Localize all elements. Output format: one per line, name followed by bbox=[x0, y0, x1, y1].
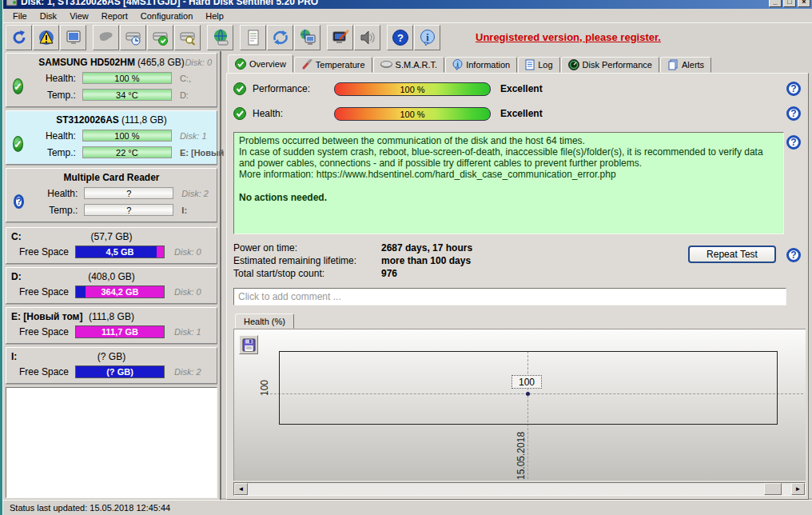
disk-clock-icon bbox=[125, 29, 142, 46]
speaker-icon bbox=[359, 29, 376, 46]
tab-smart[interactable]: S.M.A.R.T. bbox=[373, 57, 445, 73]
network-disks-button[interactable] bbox=[207, 25, 233, 50]
message-help-icon[interactable]: ? bbox=[786, 135, 801, 150]
warning-icon bbox=[38, 29, 55, 46]
health-status: Excellent bbox=[500, 108, 784, 119]
temp-bar: 22 °C bbox=[82, 146, 172, 158]
disk-surface-test-button[interactable] bbox=[120, 25, 146, 50]
tab-log[interactable]: Log bbox=[518, 57, 559, 73]
menu-file[interactable]: File bbox=[6, 10, 34, 22]
scroll-left-arrow[interactable]: ◄ bbox=[234, 483, 248, 495]
disk-entry-card-reader[interactable]: Multiple Card Reader ? Health: ? Disk: 2… bbox=[6, 168, 217, 222]
disk-entry-samsung[interactable]: SAMSUNG HD502HM (465,8 GB) Disk: 0 ✓ Hea… bbox=[6, 53, 217, 107]
globe-disk-icon bbox=[212, 29, 229, 46]
hardware-diagnostics-button[interactable] bbox=[327, 25, 353, 50]
refresh-icon bbox=[10, 29, 28, 46]
sounds-button[interactable] bbox=[354, 25, 380, 50]
repeat-test-button[interactable]: Repeat Test bbox=[688, 246, 776, 263]
performance-help-icon[interactable]: ? bbox=[786, 82, 801, 96]
health-ok-icon bbox=[233, 107, 246, 120]
title-bar[interactable]: Disk: 1, ST3120026AS [4MS1TGJD] - Hard D… bbox=[3, 0, 812, 9]
health-bar: 100 % bbox=[82, 130, 172, 142]
health-help-icon[interactable]: ? bbox=[786, 106, 801, 121]
message-line: Problems occurred between the communicat… bbox=[239, 135, 778, 146]
device-disabled-icon bbox=[98, 29, 115, 46]
disk-sidebar: SAMSUNG HD502HM (465,8 GB) Disk: 0 ✓ Hea… bbox=[3, 51, 221, 500]
overview-check-icon bbox=[235, 58, 246, 70]
device-disabled-button[interactable] bbox=[93, 25, 119, 50]
menu-help[interactable]: Help bbox=[199, 10, 230, 22]
app-icon bbox=[6, 0, 18, 7]
window-title: Disk: 1, ST3120026AS [4MS1TGJD] - Hard D… bbox=[21, 0, 767, 7]
health-meter: 100 % bbox=[334, 107, 491, 121]
start-stop-count-value: 976 bbox=[381, 268, 397, 281]
report-document-button[interactable] bbox=[240, 25, 266, 50]
free-space-bar: 4,5 GB bbox=[75, 246, 165, 258]
mail-sync-icon bbox=[272, 29, 289, 46]
minimize-button[interactable]: _ bbox=[769, 0, 782, 7]
power-on-time-value: 2687 days, 17 hours bbox=[381, 242, 472, 255]
report-warning-button[interactable] bbox=[33, 25, 59, 50]
partition-entry-i[interactable]: I: (? GB) Free Space (? GB) Disk: 2 bbox=[6, 347, 217, 384]
send-report-button[interactable] bbox=[267, 25, 293, 50]
maximize-button[interactable]: □ bbox=[783, 0, 796, 7]
disk-search-button[interactable] bbox=[174, 25, 201, 50]
help-icon: ? bbox=[392, 29, 409, 46]
message-line[interactable]: More information: https://www.hdsentinel… bbox=[239, 169, 778, 180]
tab-overview[interactable]: Overview bbox=[228, 54, 293, 73]
chart-tab-health[interactable]: Health (%) bbox=[235, 313, 294, 329]
save-chart-button[interactable] bbox=[239, 335, 258, 354]
disk-entry-st3120026as[interactable]: ST3120026AS (111,8 GB) ✓ Health: 100 % D… bbox=[6, 110, 217, 165]
temp-bar: ? bbox=[84, 204, 173, 216]
about-button[interactable]: i bbox=[414, 25, 440, 50]
document-icon bbox=[245, 29, 262, 46]
disk-details-button[interactable] bbox=[60, 25, 86, 50]
no-action-text: No actions needed. bbox=[239, 192, 778, 203]
free-space-bar: (? GB) bbox=[75, 365, 165, 378]
info-balloon-icon: i bbox=[452, 59, 463, 70]
help-button[interactable]: ? bbox=[387, 25, 413, 50]
scrollbar-thumb[interactable] bbox=[764, 483, 782, 495]
performance-meter: 100 % bbox=[334, 82, 491, 96]
free-space-bar: 364,2 GB bbox=[75, 285, 165, 298]
partition-entry-d[interactable]: D: (408,0 GB) Free Space 364,2 GB Disk: … bbox=[6, 267, 217, 304]
hardware-test-icon bbox=[332, 29, 349, 46]
tab-bar: Overview Temperature S.M.A.R.T. i Inform… bbox=[226, 54, 809, 73]
chart-scrollbar[interactable]: ◄ ► bbox=[233, 482, 806, 496]
toolbar: ? i Unregistered version, please registe… bbox=[3, 22, 812, 51]
menu-view[interactable]: View bbox=[63, 10, 95, 22]
disk-accept-button[interactable] bbox=[147, 25, 173, 50]
partition-entry-e[interactable]: E: [Новый том] (111,8 GB) Free Space 111… bbox=[6, 307, 217, 344]
tab-temperature[interactable]: Temperature bbox=[294, 57, 372, 73]
chart-xtick: 15.05.2018 bbox=[515, 429, 528, 480]
refresh-button[interactable] bbox=[6, 25, 32, 50]
remaining-lifetime-value: more than 100 days bbox=[381, 255, 471, 268]
disk-magnifier-icon bbox=[179, 29, 197, 46]
chart-point-label: 100 bbox=[511, 375, 542, 389]
disk-check-icon bbox=[152, 29, 169, 46]
partition-entry-c[interactable]: C: (57,7 GB) Free Space 4,5 GB Disk: 0 bbox=[6, 227, 217, 264]
chart-data-point bbox=[526, 392, 530, 396]
tab-information[interactable]: i Information bbox=[445, 57, 517, 73]
chart-ytick: 100 bbox=[259, 380, 270, 396]
disk-list-empty-area bbox=[6, 387, 217, 498]
unregistered-notice[interactable]: Unregistered version, please register. bbox=[476, 31, 661, 43]
tab-alerts[interactable]: Alerts bbox=[660, 57, 711, 73]
scrollbar-track[interactable] bbox=[248, 483, 791, 495]
floppy-icon bbox=[242, 338, 256, 352]
comment-input[interactable] bbox=[233, 288, 786, 305]
tab-disk-performance[interactable]: Disk Performance bbox=[561, 57, 659, 73]
health-unknown-icon: ? bbox=[14, 194, 24, 209]
repeat-test-help-icon[interactable]: ? bbox=[786, 248, 801, 262]
svg-text:?: ? bbox=[397, 32, 404, 44]
remote-monitoring-button[interactable] bbox=[294, 25, 320, 50]
info-icon: i bbox=[419, 29, 436, 46]
close-button[interactable]: × bbox=[798, 0, 810, 7]
menu-configuration[interactable]: Configuration bbox=[134, 10, 199, 22]
performance-status: Excellent bbox=[500, 83, 784, 94]
menu-disk[interactable]: Disk bbox=[34, 10, 63, 22]
menu-report[interactable]: Report bbox=[95, 10, 134, 22]
scroll-right-arrow[interactable]: ► bbox=[791, 483, 805, 495]
gauge-icon bbox=[568, 59, 579, 70]
health-bar: 100 % bbox=[82, 72, 172, 84]
